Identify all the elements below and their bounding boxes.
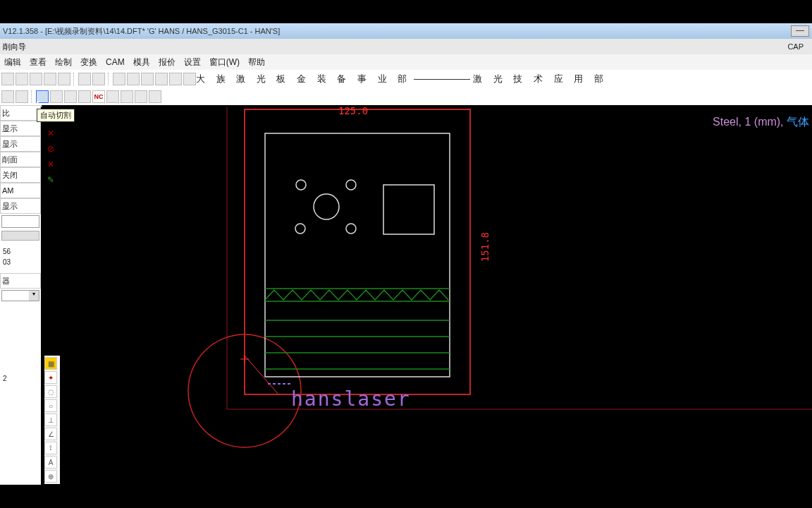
sub-bar: 削向导 CAP	[0, 39, 812, 54]
side-slider[interactable]	[1, 231, 39, 241]
cut-mark-icon[interactable]: ⊘	[44, 143, 57, 155]
toolbar-main	[0, 71, 197, 87]
tool-icon[interactable]: ⟟	[44, 442, 57, 454]
side-icon-strip: ✕ ⊘ ✕ ✎	[44, 127, 60, 186]
nc-icon[interactable]: NC	[92, 90, 105, 103]
pencil-icon[interactable]: ✎	[44, 174, 57, 186]
tool-icon[interactable]	[135, 90, 147, 103]
gas-label: 气体	[787, 116, 809, 128]
svg-rect-12	[383, 185, 434, 234]
tool-icon[interactable]	[121, 90, 133, 103]
tool-icon[interactable]: ⊥	[44, 413, 57, 426]
tooltip-auto-cut: 自动切割	[37, 109, 75, 122]
banner-divider	[414, 79, 470, 80]
tool-icon[interactable]: ◌	[44, 385, 57, 398]
tool-icon[interactable]	[1, 90, 14, 103]
tool-icon[interactable]	[16, 73, 28, 85]
tool-icon[interactable]	[113, 73, 125, 85]
svg-rect-2	[245, 109, 470, 394]
separator	[73, 73, 75, 85]
side-item[interactable]: 显示	[0, 121, 41, 136]
side-dropdown[interactable]: ▾	[1, 290, 39, 301]
tool-icon[interactable]	[78, 73, 91, 85]
svg-point-11	[314, 194, 339, 219]
svg-line-19	[245, 356, 278, 394]
menu-view[interactable]: 查看	[30, 56, 47, 68]
side-item[interactable]: 比	[0, 105, 41, 121]
sub-label: 削向导	[3, 42, 26, 52]
menu-cam[interactable]: CAM	[106, 57, 125, 67]
tool-icon[interactable]: ▦	[44, 357, 57, 370]
separator	[108, 73, 110, 85]
svg-rect-6	[265, 133, 450, 377]
dimension-height: 151.8	[479, 232, 491, 262]
tool-icon[interactable]	[64, 90, 77, 103]
menu-window[interactable]: 窗口(W)	[209, 56, 240, 68]
tool-icon[interactable]	[16, 90, 28, 103]
side-item[interactable]: 削面	[0, 152, 41, 167]
separator	[31, 90, 33, 103]
tool-icon[interactable]	[106, 90, 119, 103]
side-input[interactable]	[1, 215, 39, 228]
menu-edit[interactable]: 编辑	[4, 56, 21, 68]
tool-icon[interactable]: ∠	[44, 428, 57, 440]
tool-icon[interactable]	[149, 90, 161, 103]
minimize-button[interactable]: —	[791, 25, 809, 37]
banner-right: 激 光 技 术 应 用 部	[473, 73, 608, 85]
chevron-down-icon: ▾	[29, 291, 39, 301]
tool-icon[interactable]: ⊕	[44, 470, 57, 483]
banner-left: 大 族 激 光 板 金 装 备 事 业 部	[196, 73, 411, 85]
tool-icon[interactable]	[44, 73, 56, 85]
tool-icon[interactable]	[36, 90, 49, 103]
tool-icon[interactable]	[141, 73, 154, 85]
svg-point-10	[346, 224, 356, 234]
menu-draw[interactable]: 绘制	[55, 56, 72, 68]
menu-quote[interactable]: 报价	[159, 56, 176, 68]
menu-help[interactable]: 帮助	[248, 56, 265, 68]
side-item[interactable]: 显示	[0, 136, 41, 152]
tool-icon[interactable]	[183, 73, 196, 85]
tool-icon[interactable]	[92, 73, 105, 85]
tool-icon[interactable]	[155, 73, 168, 85]
menu-tool[interactable]: 模具	[133, 56, 150, 68]
side-item[interactable]: 显示	[0, 198, 41, 214]
cad-drawing	[60, 105, 812, 485]
menu-bar: 编辑 查看 绘制 变换 CAM 模具 报价 设置 窗口(W) 帮助	[0, 54, 812, 70]
side-item[interactable]: AM	[0, 183, 41, 198]
cut-mark-icon[interactable]: ✕	[44, 158, 57, 171]
side-value: 03	[0, 257, 41, 267]
dimension-width: 125.0	[338, 105, 368, 116]
side-item[interactable]: 关闭	[0, 167, 41, 183]
title-bar: V12.1.358 - [E:\视频录制资料\14\14.DFT* 'G' HA…	[0, 23, 812, 39]
tool-icon[interactable]	[169, 73, 182, 85]
menu-transform[interactable]: 变换	[80, 56, 97, 68]
svg-point-9	[295, 224, 305, 234]
brand-text: hanslaser	[291, 387, 411, 411]
tool-icon[interactable]: ✦	[44, 371, 57, 384]
tool-icon[interactable]: ○	[44, 399, 57, 412]
tool-icon[interactable]	[78, 90, 91, 103]
window-title: V12.1.358 - [E:\视频录制资料\14\14.DFT* 'G' HA…	[3, 26, 280, 37]
material-label: Steel, 1 (mm),	[713, 116, 787, 128]
drawing-canvas[interactable]: 125.0 151.8 hanslaser Steel, 1 (mm), 气体	[60, 105, 812, 485]
side-value: 56	[0, 246, 41, 257]
svg-point-8	[346, 180, 356, 190]
cut-mark-icon[interactable]: ✕	[44, 127, 57, 140]
cap-indicator: CAP	[787, 42, 804, 51]
tool-icon[interactable]	[30, 73, 42, 85]
side-item[interactable]: 器	[0, 273, 41, 289]
side-tool-strip: ▦ ✦ ◌ ○ ⊥ ∠ ⟟ A ⊕	[44, 356, 60, 484]
toolbar-secondary: NC	[0, 89, 163, 104]
tool-icon[interactable]: A	[44, 456, 57, 468]
tool-icon[interactable]	[50, 90, 63, 103]
tool-icon[interactable]	[1, 73, 14, 85]
side-value: 2	[0, 373, 41, 384]
menu-settings[interactable]: 设置	[184, 56, 201, 68]
material-info: Steel, 1 (mm), 气体	[713, 115, 809, 130]
side-panel: 比 显示 显示 削面 关闭 AM 显示 56 03 器 ▾ 2	[0, 105, 41, 485]
svg-point-7	[296, 180, 306, 190]
tool-icon[interactable]	[58, 73, 70, 85]
tool-icon[interactable]	[127, 73, 140, 85]
banner: 大 族 激 光 板 金 装 备 事 业 部 激 光 技 术 应 用 部	[196, 71, 608, 87]
